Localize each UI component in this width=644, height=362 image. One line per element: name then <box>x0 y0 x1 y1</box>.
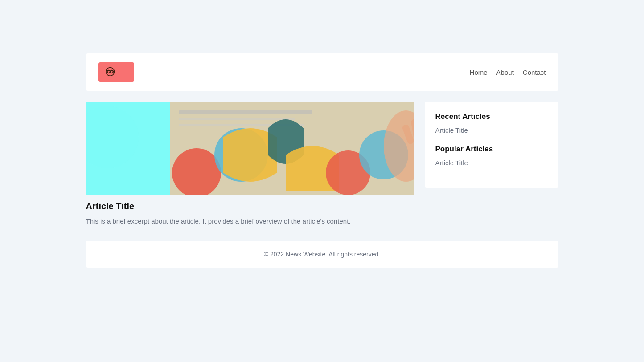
footer-text: © 2022 News Website. All rights reserved… <box>96 251 549 258</box>
article-excerpt: This is a brief excerpt about the articl… <box>86 216 414 227</box>
svg-point-6 <box>172 148 221 195</box>
main-nav: Home About Contact <box>470 69 546 76</box>
site-logo: ♾ <box>98 62 134 82</box>
nav-contact[interactable]: Contact <box>523 69 546 76</box>
svg-rect-3 <box>179 110 312 114</box>
nav-about[interactable]: About <box>496 69 514 76</box>
nav-home[interactable]: Home <box>470 69 488 76</box>
site-footer: © 2022 News Website. All rights reserved… <box>86 241 558 268</box>
svg-text:♾: ♾ <box>105 66 115 79</box>
article-card: Article Title This is a brief excerpt ab… <box>86 102 414 227</box>
main-layout: Article Title This is a brief excerpt ab… <box>86 102 558 227</box>
article-area: Article Title This is a brief excerpt ab… <box>86 102 414 227</box>
popular-articles-heading: Popular Articles <box>435 145 548 154</box>
popular-article-link-0[interactable]: Article Title <box>435 159 548 167</box>
recent-articles-heading: Recent Articles <box>435 112 548 121</box>
article-image <box>86 102 414 195</box>
page-wrapper: ♾ Home About Contact <box>77 0 567 303</box>
sidebar-recent: Recent Articles Article Title <box>435 112 548 134</box>
article-title: Article Title <box>86 201 414 212</box>
sidebar-popular: Popular Articles Article Title <box>435 145 548 167</box>
svg-rect-4 <box>179 118 295 120</box>
sidebar: Recent Articles Article Title Popular Ar… <box>425 102 558 188</box>
recent-article-link-0[interactable]: Article Title <box>435 126 548 134</box>
site-header: ♾ Home About Contact <box>86 53 558 91</box>
